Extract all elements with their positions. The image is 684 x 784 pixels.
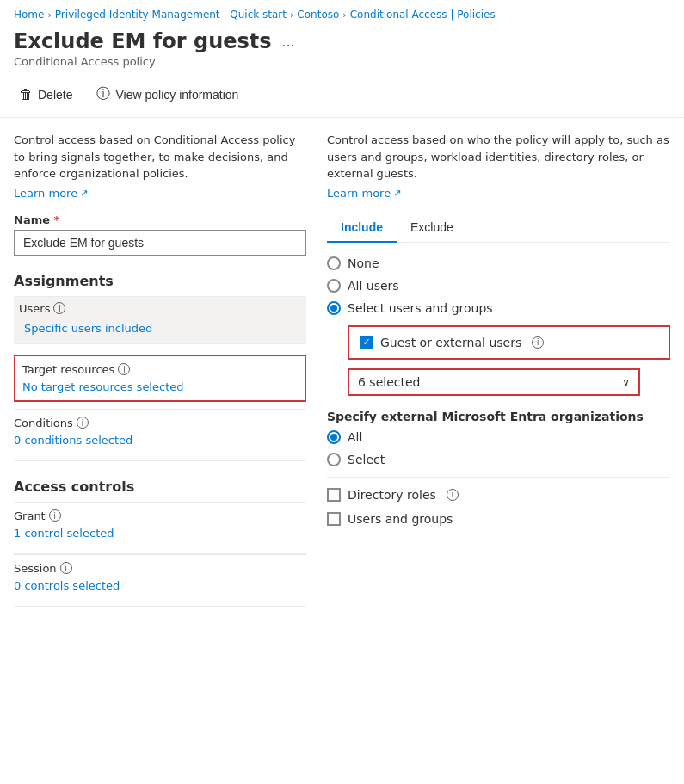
radio-all-orgs-circle xyxy=(327,430,341,444)
radio-all-users-label: All users xyxy=(348,279,399,293)
grant-assignment: Grant i 1 control selected xyxy=(14,502,306,546)
target-resources-box: Target resources i No target resources s… xyxy=(14,355,306,402)
dropdown-value: 6 selected xyxy=(358,375,420,389)
left-learn-more-icon: ↗ xyxy=(80,188,88,199)
view-policy-icon: ⓘ xyxy=(96,85,110,103)
guest-checkbox-box: ✓ xyxy=(360,336,373,349)
left-panel: Control access based on Conditional Acce… xyxy=(14,132,306,607)
session-value[interactable]: 0 controls selected xyxy=(14,579,120,592)
directory-roles-info-icon[interactable]: i xyxy=(447,489,459,501)
guest-check-mark: ✓ xyxy=(362,336,370,348)
main-divider xyxy=(0,117,684,118)
directory-roles-checkbox[interactable]: Directory roles i xyxy=(327,488,670,502)
radio-select-users[interactable]: Select users and groups xyxy=(327,301,670,315)
right-description: Control access based on who the policy w… xyxy=(327,132,670,182)
assignments-title: Assignments xyxy=(14,273,306,289)
delete-label: Delete xyxy=(38,88,72,102)
breadcrumb: Home › Privileged Identity Management | … xyxy=(0,0,684,29)
breadcrumb-sep-1: › xyxy=(47,9,51,21)
page-title: Exclude EM for guests xyxy=(14,29,272,53)
tab-include[interactable]: Include xyxy=(327,213,397,243)
users-assignment: Users i Specific users included xyxy=(14,296,306,343)
breadcrumb-contoso[interactable]: Contoso xyxy=(297,9,339,21)
main-content: Control access based on Conditional Acce… xyxy=(0,132,684,607)
right-learn-more-icon: ↗ xyxy=(393,188,401,199)
right-learn-more-link[interactable]: Learn more ↗ xyxy=(327,187,401,200)
session-assignment: Session i 0 controls selected xyxy=(14,554,306,599)
session-divider xyxy=(14,606,306,607)
ellipsis-button[interactable]: ... xyxy=(279,31,299,52)
conditions-divider xyxy=(14,460,306,461)
dropdown-arrow-icon: ∨ xyxy=(622,376,630,388)
radio-select-orgs-circle xyxy=(327,453,341,466)
users-groups-box xyxy=(327,512,341,526)
selected-dropdown[interactable]: 6 selected ∨ xyxy=(348,368,640,396)
delete-button[interactable]: 🗑 Delete xyxy=(14,83,77,106)
right-panel: Control access based on who the policy w… xyxy=(327,132,670,607)
name-required: * xyxy=(54,213,60,226)
name-label: Name * xyxy=(14,213,306,226)
directory-roles-box xyxy=(327,488,341,502)
breadcrumb-pim[interactable]: Privileged Identity Management | Quick s… xyxy=(55,9,287,21)
users-groups-label: Users and groups xyxy=(348,512,453,526)
page-header: Exclude EM for guests ... Conditional Ac… xyxy=(0,29,684,75)
target-resources-value[interactable]: No target resources selected xyxy=(22,380,183,393)
radio-none[interactable]: None xyxy=(327,256,670,270)
radio-select-users-circle xyxy=(327,301,341,315)
radio-all-orgs-dot xyxy=(330,434,337,441)
guest-section: ✓ Guest or external users i xyxy=(348,325,670,360)
radio-all-orgs-label: All xyxy=(348,430,362,444)
session-info-icon[interactable]: i xyxy=(60,562,72,574)
view-policy-button[interactable]: ⓘ View policy information xyxy=(91,82,243,107)
tabs: Include Exclude xyxy=(327,213,670,243)
radio-all-users[interactable]: All users xyxy=(327,279,670,293)
page-subtitle: Conditional Access policy xyxy=(14,55,670,68)
left-description: Control access based on Conditional Acce… xyxy=(14,132,306,182)
radio-all-users-circle xyxy=(327,279,341,293)
conditions-assignment: Conditions i 0 conditions selected xyxy=(14,409,306,454)
org-radio-group: All Select xyxy=(327,430,670,466)
users-info-icon[interactable]: i xyxy=(53,302,65,314)
radio-all-orgs[interactable]: All xyxy=(327,430,670,444)
breadcrumb-home[interactable]: Home xyxy=(14,9,44,21)
specify-orgs-title: Specify external Microsoft Entra organiz… xyxy=(327,410,670,423)
guest-info-icon[interactable]: i xyxy=(532,336,544,349)
breadcrumb-sep-3: › xyxy=(342,9,346,21)
session-label: Session xyxy=(14,562,57,575)
target-resources-assignment: Target resources i No target resources s… xyxy=(14,343,306,409)
delete-icon: 🗑 xyxy=(19,87,33,102)
users-groups-checkbox[interactable]: Users and groups xyxy=(327,512,670,526)
target-resources-info-icon[interactable]: i xyxy=(118,363,130,375)
guest-checkbox-label: Guest or external users xyxy=(380,336,521,349)
radio-select-orgs[interactable]: Select xyxy=(327,453,670,466)
conditions-info-icon[interactable]: i xyxy=(77,417,89,429)
radio-group: None All users Select users and groups xyxy=(327,256,670,315)
view-policy-label: View policy information xyxy=(115,88,238,102)
tab-exclude[interactable]: Exclude xyxy=(397,213,467,243)
orgs-divider xyxy=(327,477,670,478)
name-input[interactable] xyxy=(14,230,306,256)
access-controls-title: Access controls xyxy=(14,478,306,495)
grant-value[interactable]: 1 control selected xyxy=(14,527,114,540)
radio-none-circle xyxy=(327,256,341,270)
toolbar: 🗑 Delete ⓘ View policy information xyxy=(0,75,684,117)
target-resources-label: Target resources xyxy=(22,363,114,376)
grant-info-icon[interactable]: i xyxy=(49,509,61,522)
radio-none-label: None xyxy=(348,256,379,270)
breadcrumb-sep-2: › xyxy=(290,9,293,21)
breadcrumb-policies[interactable]: Conditional Access | Policies xyxy=(350,9,496,21)
users-value[interactable]: Specific users included xyxy=(19,318,157,338)
radio-select-orgs-label: Select xyxy=(348,453,385,466)
guest-checkbox[interactable]: ✓ Guest or external users i xyxy=(360,336,658,349)
grant-label: Grant xyxy=(14,509,46,522)
name-section: Name * xyxy=(14,213,306,256)
radio-select-users-label: Select users and groups xyxy=(348,301,493,315)
conditions-value[interactable]: 0 conditions selected xyxy=(14,434,132,447)
left-learn-more-link[interactable]: Learn more ↗ xyxy=(14,187,88,200)
directory-roles-label: Directory roles xyxy=(348,488,436,502)
conditions-label: Conditions xyxy=(14,417,73,429)
users-label: Users xyxy=(19,302,50,315)
radio-select-users-dot xyxy=(330,305,337,312)
